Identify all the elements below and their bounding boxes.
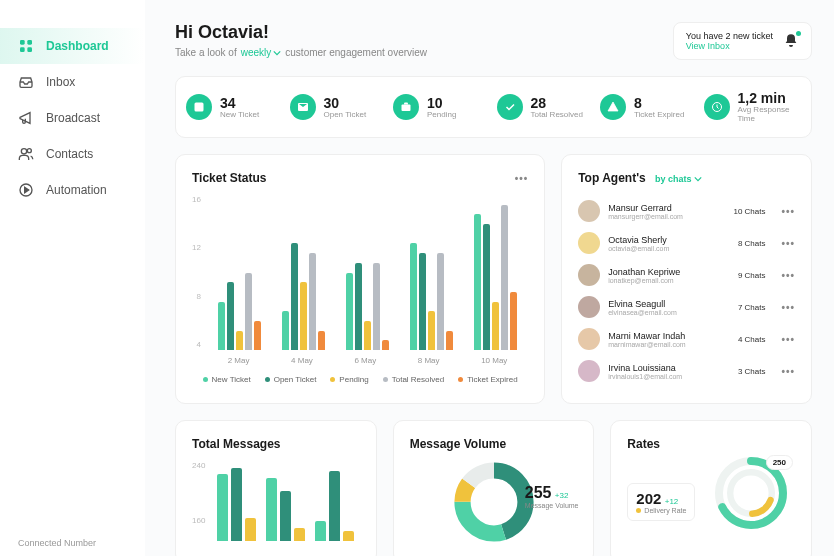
page-subtitle: Take a look of weekly customer engagemen… xyxy=(175,47,427,58)
agent-chat-count: 10 Chats xyxy=(733,207,765,216)
ticket-status-chart: 161284 2 May4 May6 May8 May10 May xyxy=(192,195,528,365)
rates-sublabel: Delivery Rate xyxy=(636,507,686,514)
chart-bar xyxy=(410,243,417,350)
card-title: Total Messages xyxy=(192,437,360,451)
chart-bar xyxy=(501,205,508,350)
bell-icon[interactable] xyxy=(783,33,799,49)
chart-group xyxy=(266,461,305,541)
rates-tag: 250 xyxy=(766,455,793,470)
chart-bar xyxy=(355,263,362,350)
chart-group xyxy=(410,195,453,350)
agent-chat-count: 9 Chats xyxy=(738,271,766,280)
legend-item: Open Ticket xyxy=(265,375,317,384)
metric-value: 8 xyxy=(634,96,684,110)
card-title: Rates xyxy=(627,437,795,451)
chart-bar xyxy=(300,282,307,350)
agent-email: octavia@email.com xyxy=(608,245,730,252)
agent-name: Irvina Louissiana xyxy=(608,363,730,373)
clock-icon xyxy=(704,94,730,120)
card-title: Message Volume xyxy=(410,437,578,451)
sidebar-item-automation[interactable]: Automation xyxy=(0,172,145,208)
avatar xyxy=(578,264,600,286)
card-menu-button[interactable]: ••• xyxy=(515,173,529,184)
metric-total-resolved: 28Total Resolved xyxy=(497,91,595,123)
agents-filter-dropdown[interactable]: by chats xyxy=(655,174,702,184)
chart-bar xyxy=(373,263,380,350)
avatar xyxy=(578,200,600,222)
rates-value: 202 xyxy=(636,490,661,507)
svg-point-5 xyxy=(27,149,31,153)
sidebar-item-broadcast[interactable]: Broadcast xyxy=(0,100,145,136)
agent-menu-button[interactable]: ••• xyxy=(781,238,795,249)
metric-label: Avg Response Time xyxy=(738,105,802,123)
rates-delta: +12 xyxy=(665,497,679,506)
chevron-down-icon xyxy=(273,49,281,57)
chart-bar xyxy=(437,253,444,350)
sidebar-footer: Connected Number xyxy=(0,538,145,548)
chart-bar xyxy=(346,273,353,351)
inbox-icon xyxy=(18,74,34,90)
metric-value: 34 xyxy=(220,96,259,110)
avatar xyxy=(578,360,600,382)
metric-label: Total Resolved xyxy=(531,110,583,119)
legend-item: Ticket Expired xyxy=(458,375,517,384)
chart-bar xyxy=(291,243,298,350)
main-content: Hi Octavia! Take a look of weekly custom… xyxy=(145,0,834,556)
chart-bar xyxy=(282,311,289,350)
chart-bar xyxy=(483,224,490,350)
agent-email: irvinalouis1@email.com xyxy=(608,373,730,380)
chart-bar xyxy=(364,321,371,350)
agent-row: Jonathan Kepriweionatkep@email.com9 Chat… xyxy=(578,259,795,291)
agent-menu-button[interactable]: ••• xyxy=(781,334,795,345)
metric-value: 28 xyxy=(531,96,583,110)
alert-icon xyxy=(600,94,626,120)
volume-delta: +32 xyxy=(555,491,569,500)
notification-card[interactable]: You have 2 new ticket View Inbox xyxy=(673,22,812,60)
chart-group xyxy=(282,195,325,350)
rates-badge: 202 +12 Delivery Rate xyxy=(627,483,695,521)
chart-bar xyxy=(218,302,225,350)
subtitle-prefix: Take a look of xyxy=(175,47,237,58)
svg-rect-2 xyxy=(20,47,25,52)
sidebar-item-inbox[interactable]: Inbox xyxy=(0,64,145,100)
avatar xyxy=(578,296,600,318)
chart-bar xyxy=(474,214,481,350)
agent-email: mansurgerr@email.com xyxy=(608,213,725,220)
agent-row: Marni Mawar Indahmarnimawar@email.com4 C… xyxy=(578,323,795,355)
agent-menu-button[interactable]: ••• xyxy=(781,302,795,313)
agent-name: Octavia Sherly xyxy=(608,235,730,245)
chart-bar xyxy=(236,331,243,350)
sidebar-item-contacts[interactable]: Contacts xyxy=(0,136,145,172)
ticket-status-card: Ticket Status ••• 161284 2 May4 May6 May… xyxy=(175,154,545,404)
chart-bar xyxy=(318,331,325,350)
view-inbox-link[interactable]: View Inbox xyxy=(686,41,773,51)
metric-label: Pending xyxy=(427,110,456,119)
chart-bar xyxy=(446,331,453,350)
agent-name: Elvina Seagull xyxy=(608,299,730,309)
agent-email: ionatkep@email.com xyxy=(608,277,730,284)
agent-menu-button[interactable]: ••• xyxy=(781,270,795,281)
agent-menu-button[interactable]: ••• xyxy=(781,206,795,217)
svg-rect-8 xyxy=(402,105,411,112)
sidebar-item-dashboard[interactable]: Dashboard xyxy=(0,28,145,64)
rates-card: Rates 202 +12 Delivery Rate xyxy=(610,420,812,556)
sidebar-item-label: Inbox xyxy=(46,75,75,89)
chart-group xyxy=(346,195,389,350)
users-icon xyxy=(18,146,34,162)
card-title: Top Agent's by chats xyxy=(578,171,701,185)
megaphone-icon xyxy=(18,110,34,126)
briefcase-icon xyxy=(393,94,419,120)
period-dropdown[interactable]: weekly xyxy=(241,47,282,58)
chart-bar xyxy=(280,491,291,541)
avatar xyxy=(578,232,600,254)
metric-value: 1,2 min xyxy=(738,91,802,105)
chart-bar xyxy=(315,521,326,541)
agent-chat-count: 3 Chats xyxy=(738,367,766,376)
chart-bar xyxy=(382,340,389,350)
chart-group xyxy=(218,195,261,350)
chart-bar xyxy=(492,302,499,350)
notice-text: You have 2 new ticket xyxy=(686,31,773,41)
metrics-bar: 34New Ticket30Open Ticket10Pending28Tota… xyxy=(175,76,812,138)
agent-menu-button[interactable]: ••• xyxy=(781,366,795,377)
topbar: Hi Octavia! Take a look of weekly custom… xyxy=(175,22,812,60)
